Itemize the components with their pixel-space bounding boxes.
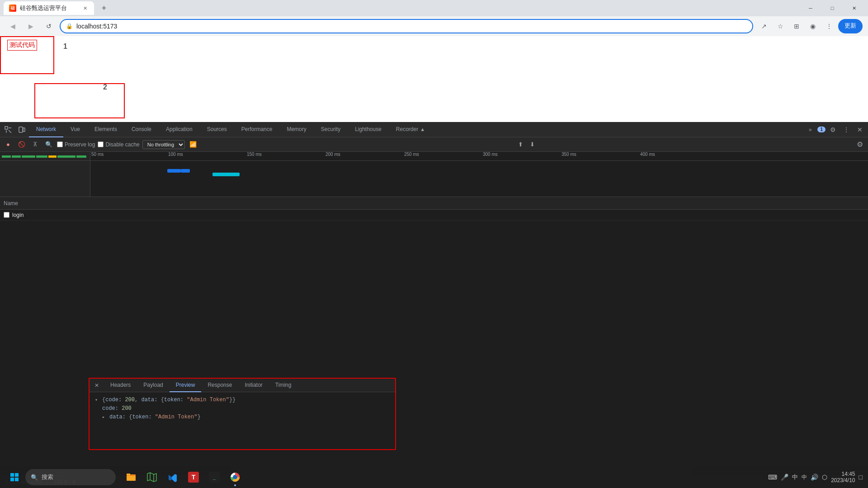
- address-box[interactable]: 🔒 localhost:5173: [60, 19, 753, 33]
- upload-icon[interactable]: ⬆: [515, 139, 526, 150]
- tab-preview[interactable]: Preview: [170, 379, 202, 392]
- tab-title: 硅谷甄选运营平台: [20, 4, 67, 12]
- svg-rect-9: [15, 478, 19, 481]
- timeline-left: [0, 152, 90, 197]
- inspect-element-icon[interactable]: [2, 123, 14, 136]
- disable-cache-checkbox[interactable]: [98, 141, 104, 147]
- svg-rect-8: [10, 478, 14, 481]
- data-expand-toggle[interactable]: ▸: [102, 414, 108, 421]
- new-tab-button[interactable]: +: [98, 2, 110, 14]
- share-icon[interactable]: ↗: [757, 19, 771, 33]
- expand-toggle[interactable]: ▾: [95, 397, 100, 404]
- tab-elements[interactable]: Elements: [87, 122, 124, 137]
- settings-gear-icon[interactable]: ⚙: [826, 123, 839, 136]
- update-button[interactable]: 更新: [838, 19, 863, 33]
- tab-recorder[interactable]: Recorder ▲: [389, 122, 432, 137]
- tab-sources[interactable]: Sources: [200, 122, 234, 137]
- taskbar-icon-pinyin: 中: [802, 474, 807, 481]
- ruler-200ms: 200 ms: [326, 152, 340, 157]
- tab-security[interactable]: Security: [314, 122, 348, 137]
- close-button[interactable]: ✕: [844, 1, 864, 15]
- annotation-2: 2: [103, 83, 108, 91]
- record-btn[interactable]: ●: [3, 139, 14, 150]
- throttle-select[interactable]: No throttling: [142, 140, 185, 149]
- timeline-bar-1: [167, 169, 181, 173]
- network-list-header: Name: [0, 197, 868, 210]
- taskbar-app-vscode[interactable]: [163, 467, 183, 487]
- tab-timing[interactable]: Timing: [269, 379, 298, 392]
- tab-memory[interactable]: Memory: [279, 122, 313, 137]
- tab-close-btn[interactable]: ✕: [81, 5, 89, 12]
- tab-headers[interactable]: Headers: [104, 379, 137, 392]
- tab-performance[interactable]: Performance: [234, 122, 280, 137]
- more-tabs-btn[interactable]: »: [804, 123, 816, 136]
- preview-line-code: code: 200: [95, 404, 390, 413]
- taskbar-time[interactable]: 14:45 2023/4/10: [831, 471, 855, 483]
- extensions-icon[interactable]: ⊞: [789, 19, 804, 33]
- table-row[interactable]: login: [0, 210, 868, 221]
- taskbar-icon-keyboard: ⌨: [768, 474, 777, 481]
- tab-console[interactable]: Console: [124, 122, 159, 137]
- tab-payload[interactable]: Payload: [137, 379, 169, 392]
- name-column-header: Name: [4, 200, 94, 206]
- tab-initiator[interactable]: Initiator: [238, 379, 269, 392]
- devtools-panel: Network Vue Elements Console Application…: [0, 122, 868, 488]
- preview-close-btn[interactable]: ✕: [91, 380, 102, 391]
- taskbar-app-chrome[interactable]: [225, 467, 245, 487]
- device-mode-icon[interactable]: [15, 123, 28, 136]
- notification-area[interactable]: □: [859, 474, 863, 481]
- more-icon[interactable]: ⋮: [822, 19, 836, 33]
- ruler-350ms: 350 ms: [561, 152, 576, 157]
- taskbar-right: ⌨ 🎤 中 中 🔊 ⬡ 14:45 2023/4/10 □: [768, 471, 863, 483]
- taskbar-icon-mic: 🎤: [781, 474, 788, 481]
- start-button[interactable]: [5, 468, 24, 486]
- back-button[interactable]: ◀: [5, 19, 20, 33]
- close-devtools-icon[interactable]: ✕: [854, 123, 866, 136]
- annotation-1: 1: [63, 42, 67, 51]
- maximize-button[interactable]: □: [822, 1, 843, 15]
- tab-network[interactable]: Network: [29, 122, 63, 137]
- network-sub-toolbar: ● 🚫 ⊼ 🔍 Preserve log Disable cache No th…: [0, 137, 868, 152]
- request-name: login: [12, 212, 24, 218]
- search-icon[interactable]: 🔍: [43, 139, 54, 150]
- bookmark-icon[interactable]: ☆: [773, 19, 788, 33]
- testcode-label: 测试代码: [7, 40, 37, 51]
- ruler-100ms: 100 ms: [168, 152, 183, 157]
- tab-application[interactable]: Application: [159, 122, 200, 137]
- browser-addressbar: ◀ ▶ ↺ 🔒 localhost:5173 ↗ ☆ ⊞ ◉ ⋮ 更新: [0, 16, 868, 36]
- network-settings-icon[interactable]: ⚙: [854, 139, 865, 150]
- profile-icon[interactable]: ◉: [806, 19, 820, 33]
- disable-cache-label: Disable cache: [105, 141, 139, 148]
- tab-vue[interactable]: Vue: [63, 122, 87, 137]
- svg-rect-0: [5, 127, 8, 129]
- clear-log-btn[interactable]: 🚫: [16, 139, 27, 150]
- refresh-button[interactable]: ↺: [42, 19, 56, 33]
- minimize-button[interactable]: ─: [800, 1, 821, 15]
- taskbar-app-file-explorer[interactable]: [121, 467, 141, 487]
- taskbar-app-maps[interactable]: [142, 467, 162, 487]
- download-icon[interactable]: ⬇: [527, 139, 538, 150]
- preserve-log-group: Preserve log: [57, 141, 95, 148]
- tab-response[interactable]: Response: [201, 379, 238, 392]
- notification-badge: 1: [817, 127, 826, 132]
- forward-button[interactable]: ▶: [24, 19, 38, 33]
- svg-rect-4: [19, 127, 23, 132]
- filter-icon[interactable]: ⊼: [30, 139, 41, 150]
- browser-tab[interactable]: 硅 硅谷甄选运营平台 ✕: [4, 1, 94, 15]
- taskbar-app-terminal[interactable]: T: [184, 467, 203, 487]
- taskbar-app-cmd[interactable]: _: [204, 467, 224, 487]
- taskbar-search[interactable]: 🔍 搜索: [25, 469, 116, 485]
- timeline-bar-3: [212, 173, 240, 176]
- timeline-bar-2: [181, 169, 190, 173]
- ruler-50ms: 50 ms: [91, 152, 104, 157]
- row-checkbox[interactable]: [4, 212, 9, 218]
- timeline-right: 50 ms 100 ms 150 ms 200 ms 250 ms 300 ms…: [90, 152, 868, 197]
- timeline-area: 50 ms 100 ms 150 ms 200 ms 250 ms 300 ms…: [0, 152, 868, 197]
- devtools-tabs: Network Vue Elements Console Application…: [29, 122, 803, 137]
- timeline-ruler: 50 ms 100 ms 150 ms 200 ms 250 ms 300 ms…: [90, 152, 868, 161]
- svg-line-3: [9, 130, 11, 133]
- more-options-icon[interactable]: ⋮: [840, 123, 853, 136]
- page-content: 测试代码 1 2: [0, 36, 868, 122]
- preserve-log-checkbox[interactable]: [57, 141, 63, 147]
- tab-lighthouse[interactable]: Lighthouse: [348, 122, 389, 137]
